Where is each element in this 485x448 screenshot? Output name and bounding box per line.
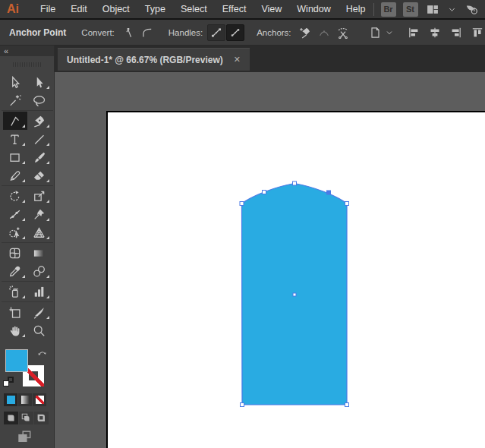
show-handles-button[interactable] bbox=[207, 24, 225, 41]
tool-scale-tool[interactable] bbox=[27, 187, 52, 205]
menu-item-effect[interactable]: Effect bbox=[215, 1, 254, 17]
draw-normal-button[interactable] bbox=[4, 412, 18, 424]
draw-behind-button[interactable] bbox=[19, 412, 33, 424]
menu-item-window[interactable]: Window bbox=[289, 1, 338, 17]
tool-pen-tool[interactable] bbox=[27, 112, 52, 130]
menu-bar: Ai FileEditObjectTypeSelectEffectViewWin… bbox=[0, 0, 485, 20]
draw-inside-button[interactable] bbox=[34, 412, 49, 424]
tool-artboard-tool[interactable] bbox=[3, 303, 27, 321]
menu-item-file[interactable]: File bbox=[33, 1, 63, 17]
tool-eyedropper-tool[interactable] bbox=[3, 262, 27, 280]
document-tab-title: Untitled-1* @ 66.67% (RGB/Preview) bbox=[67, 55, 223, 65]
tools-panel-grip[interactable] bbox=[0, 56, 54, 73]
tool-hand-tool[interactable] bbox=[3, 321, 27, 339]
anchor-point[interactable] bbox=[345, 202, 349, 206]
menu-item-select[interactable]: Select bbox=[173, 1, 215, 17]
tools-panel: « bbox=[0, 46, 55, 448]
tool-paintbrush-tool[interactable] bbox=[27, 148, 52, 166]
menu-item-view[interactable]: View bbox=[254, 1, 289, 17]
convert-label: Convert: bbox=[81, 28, 114, 37]
anchor-point-selected[interactable] bbox=[327, 191, 331, 194]
handles-label: Handles: bbox=[168, 28, 203, 37]
tool-pencil-tool[interactable] bbox=[3, 166, 27, 185]
tool-line-segment-tool[interactable] bbox=[27, 130, 52, 148]
round-corner-button[interactable] bbox=[315, 24, 333, 41]
tool-anchor-point-tool[interactable] bbox=[3, 112, 27, 130]
control-bar-title: Anchor Point bbox=[9, 27, 66, 38]
tool-width-tool[interactable] bbox=[3, 205, 27, 223]
document-artwork bbox=[55, 72, 485, 448]
paint-style-buttons bbox=[4, 393, 46, 406]
tool-shape-builder-tool[interactable] bbox=[3, 223, 27, 241]
anchors-label: Anchors: bbox=[257, 28, 291, 37]
anchor-point[interactable] bbox=[263, 191, 266, 194]
tool-slice-tool[interactable] bbox=[27, 303, 52, 321]
tool-blend-tool[interactable] bbox=[27, 262, 52, 280]
tool-perspective-grid-tool[interactable] bbox=[27, 223, 52, 241]
shape-center-point bbox=[293, 293, 296, 296]
align-right-button[interactable] bbox=[447, 24, 465, 41]
bridge-button[interactable]: Br bbox=[381, 2, 396, 17]
swap-fill-stroke-icon[interactable] bbox=[36, 348, 49, 358]
tool-mesh-tool[interactable] bbox=[3, 244, 27, 262]
tool-direct-selection-tool[interactable] bbox=[27, 73, 52, 91]
tool-selection-tool[interactable] bbox=[3, 73, 27, 91]
fill-color-swatch[interactable] bbox=[5, 349, 28, 372]
app-logo: Ai bbox=[7, 2, 19, 16]
tool-type-tool[interactable] bbox=[3, 130, 27, 148]
convert-to-smooth-button[interactable] bbox=[138, 24, 156, 41]
tools-grid bbox=[3, 73, 52, 339]
document-tab[interactable]: Untitled-1* @ 66.67% (RGB/Preview) ✕ bbox=[58, 48, 250, 71]
default-fill-stroke-icon[interactable] bbox=[3, 377, 14, 386]
tool-rectangle-tool[interactable] bbox=[3, 148, 27, 166]
menu-items: FileEditObjectTypeSelectEffectViewWindow… bbox=[33, 1, 373, 17]
document-setup-chevron-icon[interactable] bbox=[385, 24, 394, 41]
tool-rotate-tool[interactable] bbox=[3, 187, 27, 205]
tool-puppet-warp-tool[interactable] bbox=[27, 205, 52, 223]
menu-item-help[interactable]: Help bbox=[339, 1, 373, 17]
tool-gradient-tool[interactable] bbox=[27, 244, 52, 262]
convert-to-corner-button[interactable] bbox=[119, 24, 137, 41]
align-top-button[interactable] bbox=[468, 24, 485, 41]
tool-magic-wand-tool[interactable] bbox=[3, 91, 27, 109]
tool-eraser-tool[interactable] bbox=[27, 166, 52, 185]
change-screen-mode-icon[interactable] bbox=[15, 430, 33, 444]
workspace-switcher-icon[interactable] bbox=[425, 3, 440, 16]
gradient-button[interactable] bbox=[18, 393, 32, 406]
canvas[interactable] bbox=[55, 72, 485, 448]
color-button[interactable] bbox=[4, 393, 17, 406]
anchor-point[interactable] bbox=[241, 403, 244, 407]
chevron-down-icon[interactable] bbox=[447, 3, 457, 16]
document-setup-button[interactable] bbox=[366, 24, 384, 41]
anchor-point[interactable] bbox=[240, 202, 244, 206]
drawing-mode-buttons bbox=[4, 412, 49, 424]
close-tab-icon[interactable]: ✕ bbox=[234, 55, 241, 64]
none-button[interactable] bbox=[33, 393, 46, 406]
collapse-panel-icon[interactable]: « bbox=[4, 47, 8, 55]
tool-zoom-tool[interactable] bbox=[27, 321, 52, 339]
illustrator-window: Ai FileEditObjectTypeSelectEffectViewWin… bbox=[0, 0, 485, 448]
control-bar: Anchor Point Convert: Handles: Anchors: bbox=[0, 20, 485, 46]
tool-symbol-sprayer-tool[interactable] bbox=[3, 282, 27, 301]
anchor-point[interactable] bbox=[345, 403, 349, 407]
sync-status-icon[interactable] bbox=[464, 3, 479, 16]
document-tab-bar: Untitled-1* @ 66.67% (RGB/Preview) ✕ bbox=[55, 46, 485, 72]
cut-path-button[interactable] bbox=[334, 24, 352, 41]
align-left-button[interactable] bbox=[405, 24, 423, 41]
tool-column-graph-tool[interactable] bbox=[27, 282, 52, 301]
color-controls bbox=[0, 346, 55, 448]
menu-item-edit[interactable]: Edit bbox=[63, 1, 95, 17]
tool-lasso-tool[interactable] bbox=[27, 91, 52, 109]
menubar-separator bbox=[373, 3, 374, 16]
stock-button[interactable]: St bbox=[403, 2, 418, 17]
add-remove-anchor-button[interactable] bbox=[296, 24, 314, 41]
anchor-point[interactable] bbox=[293, 181, 297, 185]
hide-handles-button[interactable] bbox=[226, 24, 244, 41]
tools-panel-header: « bbox=[0, 46, 54, 56]
menu-item-object[interactable]: Object bbox=[95, 1, 137, 17]
menu-item-type[interactable]: Type bbox=[137, 1, 173, 17]
align-center-horizontal-button[interactable] bbox=[426, 24, 444, 41]
